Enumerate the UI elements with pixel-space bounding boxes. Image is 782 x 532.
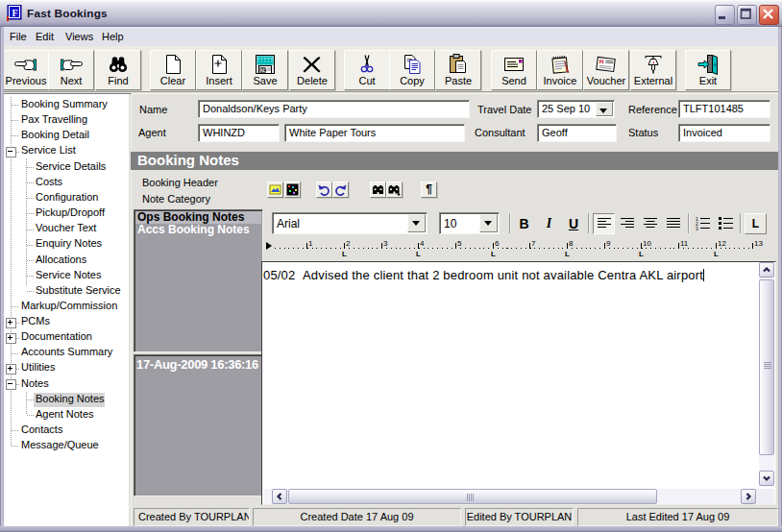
svg-text:3: 3 <box>696 226 698 230</box>
